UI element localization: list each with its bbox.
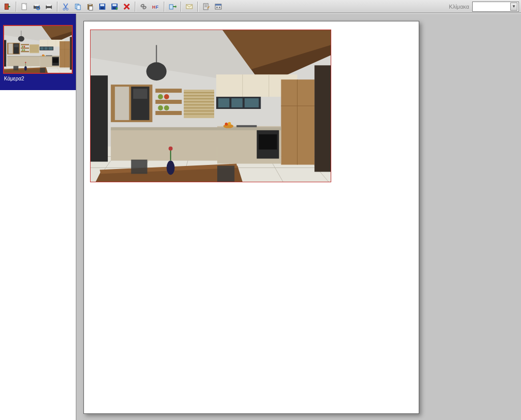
save-icon — [98, 3, 106, 11]
render-image[interactable] — [90, 30, 331, 182]
thumbnail-caption: Κάμερα2 — [3, 76, 73, 81]
svg-text:H: H — [152, 5, 156, 10]
toolbar-separator — [16, 2, 16, 12]
svg-rect-84 — [100, 4, 104, 6]
svg-rect-105 — [216, 7, 218, 8]
exit-button[interactable] — [2, 1, 13, 12]
header-footer-icon: H F — [152, 3, 160, 11]
save-as-icon — [110, 3, 119, 11]
link-button[interactable] — [138, 1, 149, 12]
email-button[interactable] — [184, 1, 195, 12]
svg-rect-72 — [47, 4, 51, 6]
svg-rect-96 — [169, 5, 173, 9]
preview-page[interactable] — [83, 21, 419, 414]
panel-button[interactable] — [213, 1, 224, 12]
thumbnail-panel: Κάμερα2 — [0, 14, 76, 420]
note-icon — [202, 3, 210, 11]
paste-button[interactable] — [84, 1, 96, 12]
svg-rect-82 — [89, 6, 93, 10]
delete-button[interactable] — [121, 1, 132, 12]
save-button[interactable] — [97, 1, 108, 12]
svg-rect-106 — [219, 7, 220, 8]
scale-label: Κλίμακα — [449, 4, 469, 10]
svg-rect-85 — [101, 7, 104, 9]
print-preview-button[interactable] — [31, 1, 42, 12]
svg-marker-97 — [173, 5, 177, 8]
thumbnail-image — [3, 25, 73, 74]
scale-select[interactable]: ▼ — [472, 2, 519, 12]
link-icon — [139, 3, 148, 11]
main-toolbar: H F Κλίμακα — [0, 0, 521, 13]
print-preview-icon — [33, 3, 41, 11]
export-icon — [168, 3, 177, 11]
note-button[interactable] — [200, 1, 212, 12]
cut-icon — [62, 3, 70, 11]
svg-text:F: F — [156, 5, 159, 10]
export-button[interactable] — [167, 1, 178, 12]
new-doc-icon — [20, 3, 28, 11]
svg-rect-104 — [215, 4, 221, 6]
thumbnail-frame: Κάμερα2 — [0, 14, 76, 90]
work-area: Κάμερα2 — [0, 13, 521, 420]
print-icon — [45, 3, 53, 11]
header-footer-button[interactable]: H F — [150, 1, 161, 12]
svg-point-77 — [66, 8, 68, 10]
toolbar-separator — [164, 2, 164, 12]
preview-panel — [76, 14, 521, 420]
print-button[interactable] — [43, 1, 54, 12]
panel-icon — [214, 3, 222, 11]
svg-rect-79 — [77, 5, 80, 10]
copy-icon — [74, 3, 82, 11]
chevron-down-icon: ▼ — [510, 3, 517, 11]
save-as-button[interactable] — [109, 1, 120, 12]
svg-rect-81 — [89, 4, 92, 5]
copy-button[interactable] — [72, 1, 83, 12]
svg-rect-73 — [47, 8, 51, 10]
cut-button[interactable] — [60, 1, 71, 12]
svg-rect-87 — [112, 4, 117, 6]
svg-marker-65 — [8, 6, 11, 8]
toolbar-separator — [197, 2, 198, 12]
toolbar-separator — [135, 2, 135, 12]
svg-rect-69 — [35, 4, 39, 6]
toolbar-separator — [57, 2, 57, 12]
svg-rect-64 — [5, 4, 8, 9]
exit-icon — [4, 3, 12, 11]
delete-icon — [123, 3, 131, 11]
svg-rect-88 — [113, 7, 116, 9]
paste-icon — [86, 3, 94, 11]
new-button[interactable] — [19, 1, 30, 12]
thumbnail-item[interactable]: Κάμερα2 — [0, 14, 76, 90]
email-icon — [185, 3, 193, 11]
toolbar-separator — [181, 2, 181, 12]
svg-point-76 — [63, 8, 65, 10]
